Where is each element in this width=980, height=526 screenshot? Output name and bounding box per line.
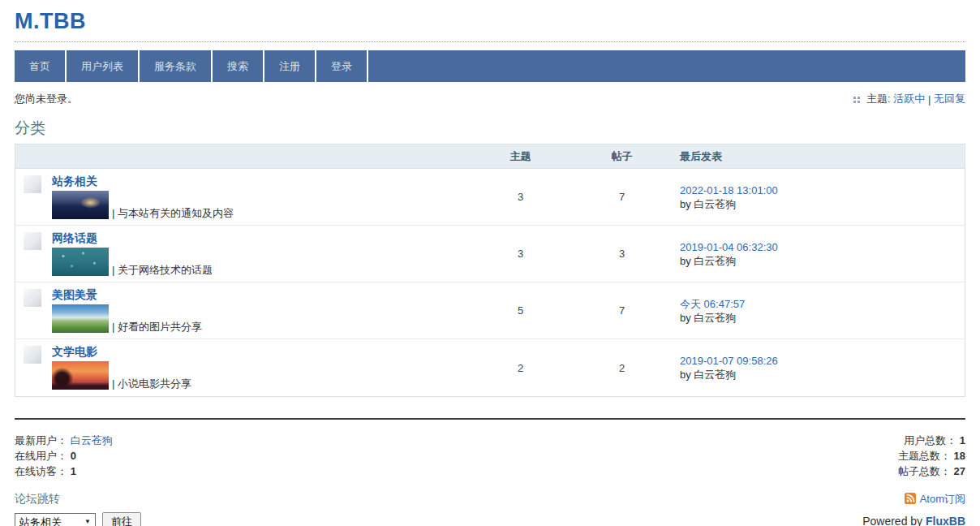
- forum-jump: 论坛跳转 站务相关 ▼ 前往: [15, 492, 141, 526]
- login-status-text: 您尚未登录。: [15, 92, 78, 106]
- category-image: [52, 361, 109, 390]
- nav-item-search[interactable]: 搜索: [213, 50, 264, 82]
- link-separator: |: [928, 93, 931, 106]
- total-users-label: 用户总数：: [904, 434, 956, 446]
- page: M.TBB 首页 用户列表 服务条款 搜索 注册 登录 您尚未登录。 主题: 活…: [0, 0, 980, 526]
- last-post-author: by 白云苍狗: [680, 197, 965, 211]
- forum-status-icon: [24, 175, 41, 193]
- category-image: [52, 248, 109, 276]
- forum-status-icon: [24, 346, 41, 364]
- last-post-author: by 白云苍狗: [680, 254, 965, 268]
- last-post-link[interactable]: 今天 06:47:57: [680, 297, 965, 311]
- category-row: 网络话题 | 关于网络技术的话题 3 3 2019-01-04 06:32:30…: [15, 226, 965, 282]
- category-title-link[interactable]: 美图美景: [52, 288, 202, 301]
- online-guests-label: 在线访客：: [15, 465, 67, 477]
- category-description: | 小说电影共分享: [112, 377, 191, 390]
- category-description: | 关于网络技术的话题: [112, 264, 213, 276]
- total-posts-value: 27: [954, 465, 965, 477]
- topics-count: 5: [474, 282, 567, 338]
- page-footer: 最新用户： 白云苍狗 在线用户： 0 在线访客： 1 用户总数： 1: [15, 418, 965, 526]
- posts-count: 3: [567, 226, 677, 282]
- atom-feed-link[interactable]: Atom订阅: [905, 492, 965, 507]
- posts-count: 2: [567, 339, 677, 396]
- category-title-link[interactable]: 站务相关: [52, 175, 234, 188]
- powered-by-text: Powered by: [862, 515, 922, 526]
- unanswered-topics-link[interactable]: 无回复: [934, 92, 965, 106]
- site-title-link[interactable]: M.TBB: [15, 8, 965, 34]
- column-header-posts: 帖子: [567, 149, 677, 164]
- category-row: 美图美景 | 好看的图片共分享 5 7 今天 06:47:57 by 白云苍狗: [15, 282, 965, 339]
- nav-item-register[interactable]: 注册: [264, 50, 316, 82]
- total-topics-value: 18: [954, 450, 965, 462]
- nav-item-home[interactable]: 首页: [15, 50, 67, 82]
- category-title-link[interactable]: 文学电影: [52, 345, 191, 358]
- category-row: 站务相关 | 与本站有关的通知及内容 3 7 2022-01-18 13:01:…: [15, 169, 965, 226]
- forum-status-icon: [24, 289, 41, 307]
- topics-count: 2: [474, 339, 567, 396]
- nav-item-userlist[interactable]: 用户列表: [67, 50, 140, 82]
- nav-item-rules[interactable]: 服务条款: [140, 50, 213, 82]
- category-image: [52, 191, 109, 219]
- category-description: | 好看的图片共分享: [112, 321, 202, 333]
- category-image: [52, 304, 109, 333]
- forum-status-icon: [24, 232, 41, 250]
- forum-jump-title: 论坛跳转: [15, 492, 141, 507]
- page-header: M.TBB: [15, 0, 965, 42]
- status-bar: 您尚未登录。 主题: 活跃中 | 无回复: [15, 92, 965, 106]
- category-table: 主题 帖子 最后发表 站务相关 | 与本站有关的通知及内容 3 7 2022-0…: [15, 144, 965, 397]
- rss-feed-icon: [905, 493, 916, 507]
- topics-grid-icon: [853, 97, 856, 99]
- nav-item-login[interactable]: 登录: [316, 50, 368, 82]
- last-post-link[interactable]: 2019-01-04 06:32:30: [680, 240, 965, 254]
- online-users-label: 在线用户：: [15, 450, 67, 462]
- active-topics-link[interactable]: 活跃中: [893, 92, 925, 106]
- total-posts-label: 帖子总数：: [898, 465, 951, 477]
- topics-count: 3: [474, 169, 567, 225]
- forum-jump-select[interactable]: 站务相关: [15, 513, 96, 526]
- topics-count: 3: [474, 226, 567, 282]
- online-users-value: 0: [71, 450, 76, 462]
- section-title-categories: 分类: [15, 119, 965, 137]
- column-header-topics: 主题: [474, 149, 567, 164]
- category-description: | 与本站有关的通知及内容: [112, 207, 234, 219]
- column-header-lastpost: 最后发表: [677, 149, 965, 164]
- newest-user-link[interactable]: 白云苍狗: [71, 434, 113, 446]
- last-post-author: by 白云苍狗: [680, 311, 965, 325]
- category-row: 文学电影 | 小说电影共分享 2 2 2019-01-07 09:58:26 b…: [15, 339, 965, 396]
- last-post-author: by 白云苍狗: [680, 368, 965, 382]
- last-post-link[interactable]: 2022-01-18 13:01:00: [680, 183, 965, 197]
- main-nav: 首页 用户列表 服务条款 搜索 注册 登录: [15, 50, 965, 82]
- atom-feed-label: Atom订阅: [920, 492, 965, 507]
- last-post-link[interactable]: 2019-01-07 09:58:26: [680, 354, 965, 368]
- posts-count: 7: [567, 282, 677, 338]
- total-topics-label: 主题总数：: [898, 450, 951, 462]
- category-title-link[interactable]: 网络话题: [52, 231, 213, 244]
- table-header-row: 主题 帖子 最后发表: [15, 144, 965, 169]
- posts-count: 7: [567, 169, 677, 225]
- newest-user-label: 最新用户：: [15, 434, 67, 446]
- total-users-value: 1: [960, 434, 965, 446]
- online-guests-value: 1: [71, 465, 76, 477]
- forum-jump-go-button[interactable]: 前往: [102, 512, 141, 526]
- fluxbb-link[interactable]: FluxBB: [926, 515, 965, 526]
- board-stats: 最新用户： 白云苍狗 在线用户： 0 在线访客： 1 用户总数： 1: [15, 433, 965, 479]
- topics-label: 主题:: [866, 92, 891, 106]
